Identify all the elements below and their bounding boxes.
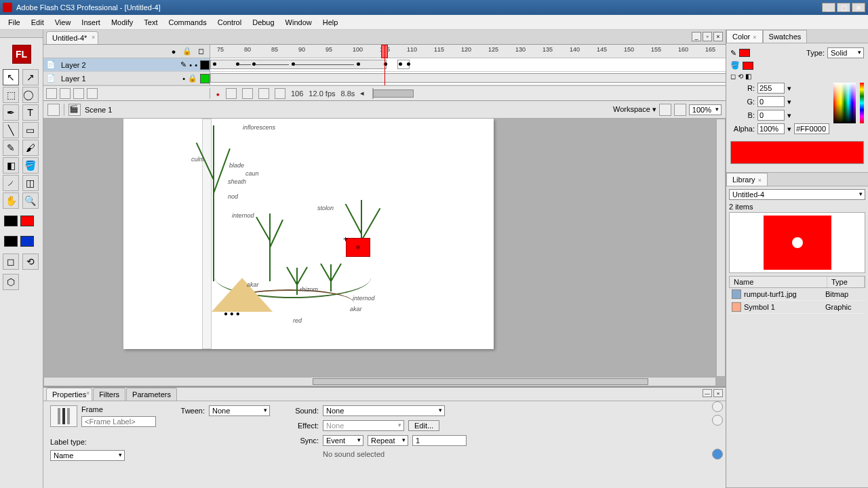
- menu-file[interactable]: File: [3, 17, 26, 28]
- tab-color[interactable]: Color×: [726, 30, 763, 43]
- menu-view[interactable]: View: [50, 17, 77, 28]
- subselection-tool[interactable]: ↗: [22, 69, 39, 85]
- spectrum-picker[interactable]: [833, 83, 856, 123]
- layer-row-2[interactable]: 📄 Layer 2 ✎ ••: [43, 58, 210, 72]
- frame-row-layer1[interactable]: [210, 72, 726, 85]
- free-transform-tool[interactable]: ⬚: [3, 87, 19, 103]
- doc-minimize[interactable]: _: [692, 32, 701, 41]
- option-1[interactable]: ◻: [3, 253, 19, 270]
- edit-button[interactable]: Edit...: [408, 420, 439, 431]
- effect-combo[interactable]: None: [323, 420, 404, 431]
- document-tab-close[interactable]: ×: [92, 34, 95, 41]
- edit-scene-icon[interactable]: [47, 104, 60, 116]
- new-layer-button[interactable]: [46, 88, 57, 99]
- menu-control[interactable]: Control: [212, 17, 247, 28]
- hand-tool[interactable]: ✋: [3, 192, 19, 209]
- frame-label-input[interactable]: [81, 416, 156, 427]
- document-tab[interactable]: Untitled-4* ×: [46, 31, 98, 44]
- pen-tool[interactable]: ✒: [3, 104, 19, 121]
- menu-modify[interactable]: Modify: [106, 17, 138, 28]
- layer-row-1[interactable]: 📄 Layer 1 •🔒: [43, 72, 210, 85]
- hex-input[interactable]: [794, 123, 829, 134]
- onion-outlines-button[interactable]: [258, 88, 269, 99]
- snap-tool[interactable]: ⬡: [3, 274, 19, 290]
- library-doc-combo[interactable]: Untitled-4: [729, 189, 865, 200]
- zoom-tool[interactable]: 🔍: [22, 192, 39, 209]
- close-button[interactable]: ✕: [852, 3, 865, 12]
- text-tool[interactable]: T: [22, 104, 39, 121]
- panel-collapse[interactable]: —: [703, 389, 712, 397]
- g-input[interactable]: [757, 96, 785, 107]
- fill-color-well[interactable]: [20, 216, 34, 226]
- frame-row-layer2[interactable]: [210, 58, 726, 72]
- option-2[interactable]: ⟲: [22, 253, 39, 270]
- workspace-button[interactable]: Workspace ▾: [613, 105, 656, 114]
- timeline-ruler[interactable]: 75 80 85 90 95 100 105 110 115 120 125 1…: [210, 45, 726, 58]
- center-frame-button[interactable]: [226, 88, 237, 99]
- pencil-icon[interactable]: ✎: [730, 49, 736, 58]
- eraser-tool[interactable]: ◫: [22, 175, 39, 191]
- layer-color-box[interactable]: [200, 60, 210, 70]
- visibility-column-icon[interactable]: ●: [169, 47, 178, 56]
- stage-hscroll[interactable]: [43, 377, 716, 386]
- help-icon[interactable]: [712, 401, 723, 412]
- paint-bucket-tool[interactable]: 🪣: [22, 157, 39, 174]
- fill-swatch-icon[interactable]: [743, 62, 753, 70]
- new-folder-button[interactable]: [73, 88, 84, 99]
- onion-skin-button[interactable]: [242, 88, 253, 99]
- lock-column-icon[interactable]: 🔒: [182, 47, 192, 56]
- layer-color-box[interactable]: [200, 74, 210, 83]
- lock-icon[interactable]: 🔒: [188, 74, 197, 83]
- menu-commands[interactable]: Commands: [163, 17, 212, 28]
- r-input[interactable]: [757, 83, 785, 94]
- no-color-icon[interactable]: [20, 236, 34, 247]
- sound-combo[interactable]: None: [323, 405, 445, 416]
- sync-count-input[interactable]: [412, 435, 467, 446]
- zoom-combo[interactable]: 100%: [689, 104, 722, 115]
- sync-repeat-combo[interactable]: Repeat: [368, 435, 408, 446]
- hue-slider[interactable]: [860, 83, 864, 123]
- options-icon[interactable]: [712, 415, 723, 426]
- delete-layer-button[interactable]: [87, 88, 98, 99]
- doc-restore[interactable]: ▫: [703, 32, 712, 41]
- sync-event-combo[interactable]: Event: [323, 435, 363, 446]
- type-combo[interactable]: Solid: [827, 47, 864, 58]
- scene-name[interactable]: Scene 1: [85, 106, 112, 114]
- alpha-input[interactable]: [757, 123, 785, 134]
- tab-properties[interactable]: Properties×: [46, 388, 92, 401]
- stage-vscroll[interactable]: [716, 119, 726, 377]
- tween-combo[interactable]: None: [209, 405, 270, 416]
- stroke-color-well[interactable]: [4, 216, 18, 226]
- frame-nav-left[interactable]: ◂: [360, 89, 364, 98]
- edit-multiple-button[interactable]: [275, 88, 285, 99]
- stage-area[interactable]: ● ● ● inflorescens culm blade caun sheat…: [43, 119, 726, 386]
- library-item[interactable]: Symbol 1 Graphic: [729, 301, 865, 314]
- bucket-icon[interactable]: 🪣: [730, 61, 740, 70]
- brush-tool[interactable]: 🖌: [22, 140, 39, 156]
- pencil-tool[interactable]: ✎: [3, 140, 19, 156]
- black-white-swap[interactable]: [4, 236, 18, 247]
- menu-insert[interactable]: Insert: [76, 17, 106, 28]
- red-symbol-instance[interactable]: [346, 238, 370, 257]
- layer-pencil-icon[interactable]: ✎: [180, 60, 186, 69]
- minimize-button[interactable]: _: [822, 3, 835, 12]
- rectangle-tool[interactable]: ▭: [22, 122, 39, 138]
- library-header[interactable]: Name Type: [729, 276, 865, 288]
- line-tool[interactable]: ╲: [3, 122, 19, 138]
- menu-debug[interactable]: Debug: [247, 17, 279, 28]
- eyedropper-tool[interactable]: ⟋: [3, 175, 19, 191]
- tab-parameters[interactable]: Parameters: [126, 388, 177, 401]
- ink-bottle-tool[interactable]: ◧: [3, 157, 19, 174]
- edit-scene-icon2[interactable]: [674, 104, 686, 116]
- info-icon[interactable]: [712, 449, 723, 460]
- doc-close[interactable]: ×: [713, 32, 723, 41]
- tab-library[interactable]: Library×: [726, 173, 768, 186]
- b-input[interactable]: [757, 110, 785, 121]
- selection-tool[interactable]: ↖: [3, 69, 19, 85]
- stroke-swatch-icon[interactable]: [739, 49, 750, 57]
- library-item[interactable]: rumput-turf1.jpg Bitmap: [729, 288, 865, 301]
- menu-help[interactable]: Help: [317, 17, 344, 28]
- stage[interactable]: ● ● ● inflorescens culm blade caun sheat…: [123, 119, 494, 349]
- timeline-scrollbar[interactable]: [372, 88, 374, 99]
- menu-edit[interactable]: Edit: [26, 17, 50, 28]
